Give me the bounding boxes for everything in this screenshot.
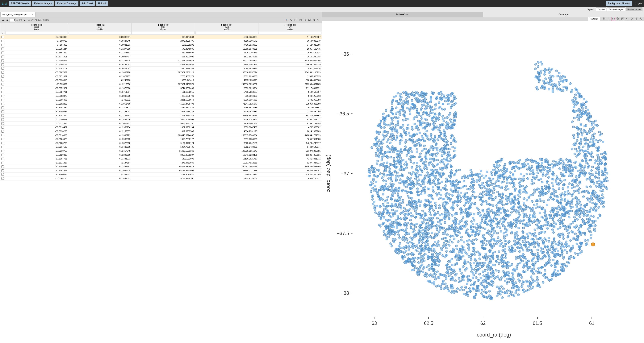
table-row[interactable]: -37.615249861.202447865747.911390285845.… [0, 169, 322, 173]
row-checkbox[interactable] [1, 99, 4, 101]
table-scroll[interactable]: coord_dec(deg)doublecoord_ra(deg)doubleg… [0, 23, 322, 343]
download-icon[interactable] [285, 18, 288, 22]
table-row[interactable]: -37.621075261.245724911413.5503366122338… [0, 149, 322, 153]
save-icon[interactable] [298, 18, 302, 22]
tab-active-chart[interactable]: Active Chart [322, 12, 483, 17]
layout-bi-view-images-button[interactable]: Bi-view Images [607, 7, 625, 11]
external-images-button[interactable]: External Images [32, 1, 54, 6]
row-checkbox[interactable] [1, 110, 4, 113]
column-header-coord_ra[interactable]: coord_ra(deg)double [68, 23, 132, 31]
add-chart-button[interactable]: Add Chart [80, 1, 95, 6]
zoom-fit-icon[interactable]: 1 [616, 17, 620, 21]
filter-input-r_calibFlux[interactable] [259, 31, 321, 34]
add-column-icon[interactable] [303, 18, 307, 22]
table-row[interactable]: -37.610938761.17950921016.14361541400.74… [0, 110, 322, 114]
row-checkbox[interactable] [1, 142, 4, 144]
row-checkbox[interactable] [1, 118, 4, 121]
table-row[interactable]: -37.612941861.23206968357.989020712641.6… [0, 153, 322, 157]
chart-settings-icon[interactable] [634, 17, 638, 21]
table-row[interactable]: -37.685721261.1273861862.88556972625.019… [0, 51, 322, 55]
row-checkbox[interactable] [1, 130, 4, 133]
filter-input-coord_dec[interactable] [5, 31, 68, 34]
row-checkbox[interactable] [1, 103, 4, 105]
column-header-coord_dec[interactable]: coord_dec(deg)double [5, 23, 68, 31]
last-page-icon[interactable]: ⏭ [27, 18, 31, 22]
row-checkbox[interactable] [1, 114, 4, 117]
upload-button[interactable]: Upload [96, 1, 108, 6]
table-row[interactable]: -37.593009360.9886057498.81478345338.335… [0, 35, 322, 39]
filter-input-i_calibFlux[interactable] [196, 31, 258, 34]
table-row[interactable]: -37.677180361.0934407516.89930011312.663… [0, 54, 322, 58]
text-view-icon[interactable]: T [294, 18, 298, 22]
table-row[interactable]: -37.59530261.2215956137921.8403579249016… [0, 82, 322, 86]
table-row[interactable]: -37.59070261.04242482378.35504954250.719… [0, 39, 322, 43]
prev-page-icon[interactable]: ◀ [5, 18, 9, 22]
table-row[interactable]: -37.609062961.34674283816.20789047506.62… [0, 117, 322, 121]
row-checkbox[interactable] [1, 126, 4, 129]
row-checkbox[interactable] [1, 40, 4, 42]
row-checkbox[interactable] [1, 87, 4, 89]
table-row[interactable]: -37.597162161.18727577705.483727913572.9… [0, 74, 322, 78]
table-row[interactable]: -37.608476361.14319731429.07199515199.26… [0, 157, 322, 161]
row-checkbox[interactable] [1, 63, 4, 66]
filter-icon[interactable] [289, 18, 293, 22]
table-row[interactable]: -37.611181761.1376847278.945108510061.49… [0, 161, 322, 165]
row-checkbox[interactable] [1, 177, 4, 180]
table-row[interactable]: -37.610509861.3066122231.60956792908.995… [0, 98, 322, 102]
select-box-icon[interactable] [612, 17, 615, 21]
row-checkbox[interactable] [1, 55, 4, 58]
row-checkbox[interactable] [1, 44, 4, 46]
expand-icon[interactable] [317, 18, 321, 22]
row-checkbox[interactable] [1, 71, 4, 74]
table-row[interactable]: -37.620078661.20220589134.312612417325.7… [0, 141, 322, 145]
row-checkbox[interactable] [1, 79, 4, 81]
row-checkbox[interactable] [1, 134, 4, 136]
select-all-header[interactable] [0, 23, 5, 31]
table-row[interactable]: -37.595202761.16780063744.860046518652.3… [0, 86, 322, 90]
row-checkbox[interactable] [1, 162, 4, 164]
row-checkbox[interactable] [1, 173, 4, 176]
row-checkbox[interactable] [1, 106, 4, 109]
row-checkbox[interactable] [1, 59, 4, 62]
background-monitor-button[interactable]: Background Monitor [606, 1, 632, 6]
row-checkbox[interactable] [1, 138, 4, 140]
page-number-input[interactable] [10, 18, 16, 22]
table-row[interactable]: -37.608857961.216146131398.516316241699.… [0, 113, 322, 117]
next-page-icon[interactable]: ▶ [23, 18, 26, 22]
row-checkbox[interactable] [1, 47, 4, 50]
table-row[interactable]: -37.601068661.2398122100343.027465715881… [0, 133, 322, 137]
table-row[interactable]: -37.589081361.24520319069.14141342352.25… [0, 78, 322, 82]
filter-row-icon[interactable] [0, 31, 5, 35]
undo-icon[interactable] [625, 17, 629, 21]
layout-tri-view-button[interactable]: Tri-view [596, 7, 606, 11]
layout-bi-view-tables-button[interactable]: Bi-view Tables [626, 7, 642, 11]
table-row[interactable]: -37.621718961.34006185384.73084319962.24… [0, 145, 322, 149]
column-header-r_calibFlux[interactable]: r_calibFlux(nJy)double [258, 23, 322, 31]
table-row[interactable]: -37.614923761.249876156297.5326673390442… [0, 165, 322, 169]
table-row[interactable]: -37.598783961.2603268187907.228211629681… [0, 70, 322, 74]
table-row[interactable]: -37.589337561.2062936482.1236799986.9564… [0, 94, 322, 98]
table-row[interactable]: -37.674677861.074204734667.334068657483.… [0, 62, 322, 67]
table-row[interactable]: -37.602022361.2153657612.62575454604.793… [0, 129, 322, 133]
table-row[interactable]: -37.59436961.00218231075.6652017430.3918… [0, 43, 322, 47]
column-header-i_calibFlux[interactable]: i_calibFlux(nJy)double [195, 23, 258, 31]
table-row[interactable]: -37.610240261.195346941127.370879871347.… [0, 102, 322, 106]
zoom-in-icon[interactable] [602, 17, 606, 21]
row-checkbox[interactable] [1, 158, 4, 160]
chart-area[interactable]: −36−36.5−37−37.5−386362.56261.561coord_r… [322, 21, 644, 343]
row-checkbox[interactable] [1, 122, 4, 125]
row-checkbox[interactable] [1, 36, 4, 38]
row-checkbox[interactable] [1, 51, 4, 54]
table-row[interactable]: -37.601645261.29581541601.320816412653.0… [0, 125, 322, 129]
row-checkbox[interactable] [1, 146, 4, 148]
table-row[interactable]: -37.838124461.3277859573.334808510265.59… [0, 47, 322, 51]
table-tab[interactable]: dp02_dc2_catalogs.Object - ... × [0, 12, 36, 16]
chart-filter-icon[interactable] [630, 17, 634, 21]
rsp-tap-search-button[interactable]: RSP TAP Search [9, 1, 31, 6]
filter-input-coord_ra[interactable] [69, 31, 131, 34]
info-icon[interactable]: i [308, 18, 312, 22]
zoom-pan-icon[interactable] [607, 17, 611, 21]
table-row[interactable]: -37.604310161.0401052630.57993542094.167… [0, 66, 322, 70]
row-checkbox[interactable] [1, 150, 4, 152]
table-row[interactable]: -37.615062261.2862033766.908362729568.14… [0, 172, 322, 176]
